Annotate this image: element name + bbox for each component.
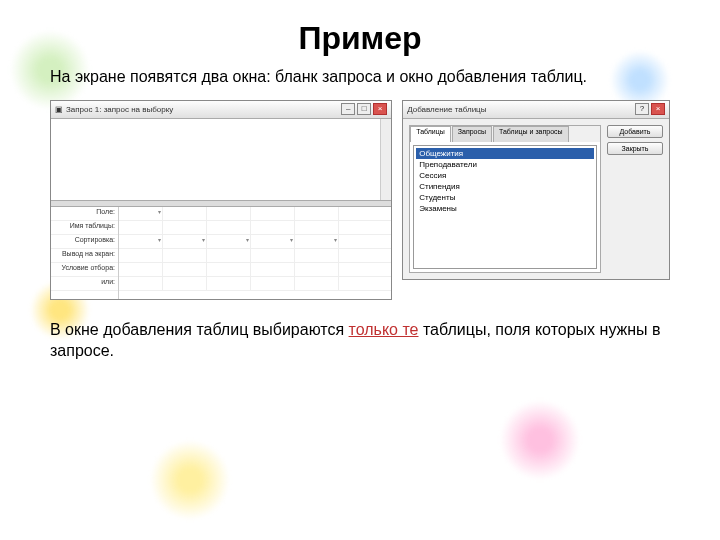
grid-cell[interactable] [119, 221, 163, 234]
close-button[interactable]: × [373, 103, 387, 115]
grid-cell[interactable] [119, 249, 163, 262]
list-item[interactable]: Студенты [416, 192, 594, 203]
grid-cell[interactable] [251, 235, 295, 248]
list-item[interactable]: Общежития [416, 148, 594, 159]
grid-cell[interactable] [251, 207, 295, 220]
grid-cell[interactable] [251, 221, 295, 234]
grid-cell[interactable] [207, 207, 251, 220]
grid-cell[interactable] [207, 263, 251, 276]
grid-cell[interactable] [163, 207, 207, 220]
table-list[interactable]: Общежития Преподаватели Сессия Стипендия… [413, 145, 597, 269]
outro-highlight: только те [349, 321, 419, 338]
grid-cell[interactable] [295, 235, 339, 248]
grid-cell[interactable] [163, 263, 207, 276]
decoration [500, 400, 580, 480]
tab-both[interactable]: Таблицы и запросы [493, 126, 569, 142]
tab-queries[interactable]: Запросы [452, 126, 492, 142]
query-grid: Поле: Имя таблицы: Сортировка: Вывод на … [51, 207, 391, 299]
intro-text: На экране появятся два окна: бланк запро… [50, 67, 670, 88]
help-button[interactable]: ? [635, 103, 649, 115]
grid-cell[interactable] [295, 277, 339, 290]
grid-label: Имя таблицы: [51, 221, 118, 235]
grid-row-labels: Поле: Имя таблицы: Сортировка: Вывод на … [51, 207, 119, 299]
grid-cell[interactable] [163, 235, 207, 248]
grid-columns [119, 207, 391, 299]
grid-label: Условие отбора: [51, 263, 118, 277]
tab-tables[interactable]: Таблицы [410, 126, 451, 142]
query-window-title: Запрос 1: запрос на выборку [66, 105, 173, 114]
slide-title: Пример [50, 20, 670, 57]
grid-label: или: [51, 277, 118, 291]
outro-pre: В окне добавления таблиц выбираются [50, 321, 349, 338]
decoration [150, 440, 230, 520]
tab-strip: Таблицы Запросы Таблицы и запросы [410, 126, 600, 142]
grid-cell[interactable] [207, 221, 251, 234]
grid-cell[interactable] [207, 249, 251, 262]
dialog-buttons: Добавить Закрыть [607, 125, 663, 273]
grid-cell[interactable] [295, 249, 339, 262]
grid-cell[interactable] [163, 249, 207, 262]
query-window-titlebar: ▣ Запрос 1: запрос на выборку – □ × [51, 101, 391, 119]
maximize-button[interactable]: □ [357, 103, 371, 115]
grid-cell[interactable] [163, 221, 207, 234]
tab-panel: Таблицы Запросы Таблицы и запросы Общежи… [409, 125, 601, 273]
dialog-titlebar: Добавление таблицы ? × [403, 101, 669, 119]
grid-cell[interactable] [251, 249, 295, 262]
outro-text: В окне добавления таблиц выбираются толь… [50, 320, 670, 362]
grid-cell[interactable] [295, 221, 339, 234]
grid-cell[interactable] [119, 277, 163, 290]
list-item[interactable]: Экзамены [416, 203, 594, 214]
grid-label: Сортировка: [51, 235, 118, 249]
screenshot-row: ▣ Запрос 1: запрос на выборку – □ × Поле… [50, 100, 670, 300]
query-canvas[interactable] [51, 119, 391, 201]
query-designer-window: ▣ Запрос 1: запрос на выборку – □ × Поле… [50, 100, 392, 300]
list-item[interactable]: Сессия [416, 170, 594, 181]
add-table-dialog: Добавление таблицы ? × Таблицы Запросы Т… [402, 100, 670, 280]
grid-label: Вывод на экран: [51, 249, 118, 263]
grid-cell[interactable] [207, 277, 251, 290]
grid-cell[interactable] [119, 207, 163, 220]
grid-cell[interactable] [251, 263, 295, 276]
app-icon: ▣ [55, 105, 63, 114]
grid-cell[interactable] [119, 235, 163, 248]
grid-cell[interactable] [207, 235, 251, 248]
grid-cell[interactable] [295, 263, 339, 276]
add-button[interactable]: Добавить [607, 125, 663, 138]
minimize-button[interactable]: – [341, 103, 355, 115]
grid-cell[interactable] [295, 207, 339, 220]
grid-label: Поле: [51, 207, 118, 221]
close-icon[interactable]: × [651, 103, 665, 115]
close-button[interactable]: Закрыть [607, 142, 663, 155]
grid-cell[interactable] [163, 277, 207, 290]
dialog-title: Добавление таблицы [407, 105, 486, 114]
grid-cell[interactable] [119, 263, 163, 276]
list-item[interactable]: Преподаватели [416, 159, 594, 170]
grid-cell[interactable] [251, 277, 295, 290]
list-item[interactable]: Стипендия [416, 181, 594, 192]
